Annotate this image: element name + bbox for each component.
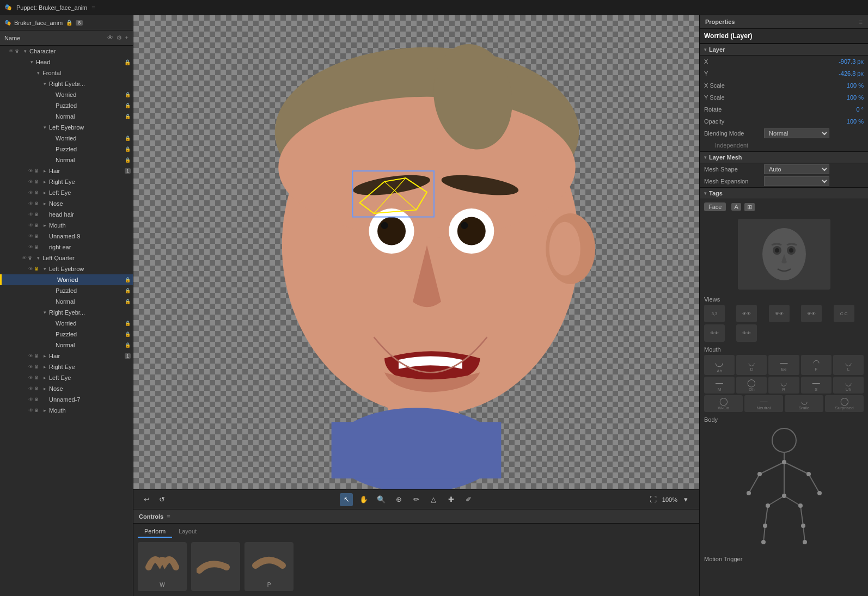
mouth-f[interactable]: ◠ F [801, 355, 832, 375]
properties-menu[interactable]: ≡ [859, 19, 863, 25]
layer-worried-3-selected[interactable]: Worried 🔒 [0, 274, 133, 285]
cycle-tool[interactable]: ↺ [155, 493, 168, 506]
zoom-dropdown[interactable]: ▾ [680, 493, 693, 506]
mouth-s[interactable]: — S [801, 377, 832, 394]
pan-tool[interactable]: ✋ [357, 493, 370, 506]
body-label: Body [704, 416, 864, 423]
view-btn-3[interactable]: 👁👁 [769, 305, 790, 322]
tag-A-btn[interactable]: A [731, 203, 741, 211]
settings-header-icon[interactable]: ⚙ [117, 34, 122, 41]
view-btn-1[interactable]: 3,3 [704, 305, 725, 322]
mouth-m[interactable]: — M [704, 377, 735, 394]
warp-tool[interactable]: △ [427, 493, 440, 506]
layer-head[interactable]: ▾ Head 🔒 [0, 57, 133, 67]
refresh-tool[interactable]: ↩ [140, 493, 153, 506]
layer-hair-1[interactable]: 👁♛ ▸ Hair 1 [0, 165, 133, 176]
prop-blending: Blending Mode Normal Multiply Screen [700, 127, 868, 139]
mouth-surprised[interactable]: ◯ Surprised [825, 395, 864, 412]
layer-normal-1[interactable]: Normal 🔒 [0, 111, 133, 122]
layer-normal-3[interactable]: Normal 🔒 [0, 296, 133, 307]
view-btn-4[interactable]: 👁👁 [801, 305, 822, 322]
view-btn-7[interactable]: 👁👁 [736, 324, 757, 342]
tag-grid-btn[interactable]: ⊞ [744, 203, 755, 211]
layer-right-eyebrow-2[interactable]: ▾ Right Eyebr... [0, 307, 133, 318]
views-label: Views [704, 296, 864, 303]
mesh-shape-select[interactable]: Auto Manual [764, 164, 829, 174]
paint-tool[interactable]: ✐ [462, 493, 475, 506]
layer-worried-2[interactable]: Worried 🔒 [0, 133, 133, 144]
layer-worried-1[interactable]: Worried 🔒 [0, 89, 133, 100]
layer-right-ear[interactable]: 👁♛ right ear [0, 242, 133, 253]
mouth-oh[interactable]: ◯ Oh [736, 377, 767, 394]
mouth-ah[interactable]: ◡ Ah [704, 355, 735, 375]
origin-tool[interactable]: ⊕ [392, 493, 405, 506]
blending-mode-select[interactable]: Normal Multiply Screen [764, 128, 829, 138]
layer-puzzled-1[interactable]: Puzzled 🔒 [0, 100, 133, 111]
layer-normal-2[interactable]: Normal 🔒 [0, 155, 133, 165]
mesh-expansion-select[interactable] [764, 176, 829, 186]
zoom-level[interactable]: 100% [662, 496, 677, 503]
layer-right-eyebrow[interactable]: ▾ Right Eyebr... [0, 78, 133, 89]
body-section: Body [700, 414, 868, 552]
layer-left-quarter[interactable]: 👁♛ ▾ Left Quarter [0, 253, 133, 263]
mouth-l[interactable]: ◡ L [833, 355, 864, 375]
view-btn-6[interactable]: 👁👁 [704, 324, 725, 342]
mouth-uh[interactable]: ◡ Uh [833, 377, 864, 394]
control-card-mid-img [191, 542, 240, 587]
layer-section-label: Layer [709, 46, 725, 53]
prop-yscale: Y Scale 100 % [700, 91, 868, 103]
svg-point-13 [381, 222, 388, 229]
control-card-p[interactable]: P [244, 542, 294, 591]
layer-right-eye-2[interactable]: 👁♛ ▸ Right Eye [0, 361, 133, 372]
fullscreen-tool[interactable]: ⛶ [647, 493, 660, 506]
layer-frontal[interactable]: ▾ Frontal [0, 67, 133, 78]
layer-left-eye-1[interactable]: 👁♛ ▸ Left Eye [0, 187, 133, 198]
layer-normal-4[interactable]: Normal 🔒 [0, 340, 133, 351]
layer-unnamed-9[interactable]: 👁♛ Unnamed-9 [0, 231, 133, 242]
control-card-mid[interactable] [191, 542, 240, 591]
eye-header-icon[interactable]: 👁 [107, 34, 113, 41]
mouth-d[interactable]: ◡ D [736, 355, 767, 375]
view-btn-2[interactable]: 👁👁 [736, 305, 757, 322]
control-card-p-img [244, 542, 294, 581]
layer-nose-2[interactable]: 👁♛ ▸ Nose [0, 383, 133, 394]
mouth-woo[interactable]: ◯ W-Oo [704, 395, 743, 412]
controls-menu-icon[interactable]: ≡ [167, 513, 170, 520]
mouth-ee[interactable]: — Ee [768, 355, 799, 375]
layer-puzzled-3[interactable]: Puzzled 🔒 [0, 285, 133, 296]
mouth-r[interactable]: ◡ R [768, 377, 799, 394]
layer-head-hair[interactable]: 👁♛ head hair [0, 209, 133, 220]
layer-worried-4[interactable]: Worried 🔒 [0, 318, 133, 329]
canvas-container[interactable] [133, 15, 699, 489]
layer-right-eye-1[interactable]: 👁♛ ▸ Right Eye [0, 176, 133, 187]
mouth-neutral[interactable]: — Neutral [744, 395, 783, 412]
layer-mouth-2[interactable]: 👁♛ ▸ Mouth [0, 405, 133, 416]
pen-tool[interactable]: ✏ [409, 493, 423, 506]
layer-section-header[interactable]: ▾ Layer [700, 44, 868, 56]
face-tag[interactable]: Face [704, 202, 726, 211]
add-header-icon[interactable]: + [125, 34, 129, 41]
tags-section-header[interactable]: ▾ Tags [700, 187, 868, 199]
layer-left-eye-2[interactable]: 👁♛ ▸ Left Eye [0, 372, 133, 383]
layer-mouth-1[interactable]: 👁♛ ▸ Mouth [0, 220, 133, 231]
layer-left-eyebrow-1[interactable]: ▾ Left Eyebrow [0, 122, 133, 133]
layer-puzzled-4[interactable]: Puzzled 🔒 [0, 329, 133, 340]
mouth-smile[interactable]: ◡ Smile [785, 395, 823, 412]
layer-left-eyebrow-2[interactable]: 👁♛ ▾ Left Eyebrow [0, 263, 133, 274]
svg-point-16 [461, 222, 468, 229]
zoom-tool[interactable]: 🔍 [375, 493, 388, 506]
puppet-warp-tool[interactable]: ✚ [444, 493, 457, 506]
layer-nose-1[interactable]: 👁♛ ▸ Nose [0, 198, 133, 209]
layer-mesh-section-header[interactable]: ▾ Layer Mesh [700, 151, 868, 163]
layer-hair-2[interactable]: 👁♛ ▸ Hair 1 [0, 351, 133, 361]
tab-layout[interactable]: Layout [172, 526, 203, 538]
layer-unnamed-7[interactable]: 👁♛ Unnamed-7 [0, 394, 133, 405]
layer-puzzled-2[interactable]: Puzzled 🔒 [0, 144, 133, 155]
body-figure[interactable] [704, 425, 864, 550]
motion-trigger-section: Motion Trigger [700, 552, 868, 566]
layer-character[interactable]: 👁♛ ▾ Character [0, 46, 133, 57]
tab-perform[interactable]: Perform [138, 526, 172, 538]
control-card-w[interactable]: W [138, 542, 187, 591]
view-btn-5[interactable]: C C [834, 305, 854, 322]
select-tool[interactable]: ↖ [340, 493, 353, 506]
